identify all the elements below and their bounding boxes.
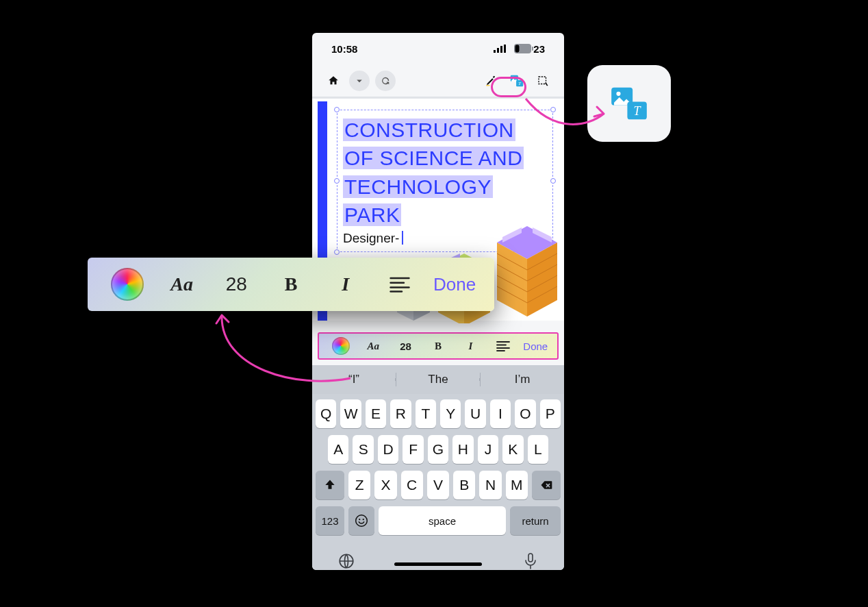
svg-point-32 [356, 515, 368, 527]
numbers-key[interactable]: 123 [316, 506, 344, 535]
resize-handle[interactable] [550, 107, 556, 112]
suggestion-2[interactable]: The [396, 373, 481, 386]
shift-icon [323, 478, 337, 492]
clock: 10:58 [331, 43, 357, 55]
svg-rect-36 [528, 554, 533, 562]
key-k[interactable]: K [502, 435, 523, 464]
key-x[interactable]: X [374, 471, 396, 499]
undo-button[interactable] [375, 71, 396, 91]
svg-rect-3 [486, 85, 489, 86]
battery-percent: 23 [533, 43, 545, 55]
key-n[interactable]: N [479, 471, 501, 499]
svg-text:T: T [518, 80, 521, 85]
key-a[interactable]: A [328, 435, 348, 464]
bold-button[interactable]: B [265, 273, 317, 295]
return-key[interactable]: return [510, 506, 561, 535]
key-i[interactable]: I [490, 399, 511, 428]
dictation-key[interactable] [522, 552, 539, 570]
key-h[interactable]: H [452, 435, 473, 464]
resize-handle[interactable] [334, 178, 340, 184]
globe-icon [337, 552, 355, 570]
svg-point-33 [359, 519, 360, 520]
backspace-icon [539, 478, 553, 492]
svg-rect-2 [515, 45, 520, 53]
callout-tile: T [587, 65, 671, 142]
emoji-key[interactable] [348, 506, 374, 535]
key-o[interactable]: O [515, 399, 535, 428]
key-z[interactable]: Z [348, 471, 370, 499]
align-button[interactable] [487, 340, 519, 351]
color-picker-button[interactable] [324, 337, 357, 355]
expand-button[interactable] [349, 71, 370, 91]
home-button[interactable] [323, 71, 344, 91]
emoji-icon [354, 513, 369, 528]
key-s[interactable]: S [353, 435, 373, 464]
suggestion-3[interactable]: I’m [481, 373, 564, 386]
space-key[interactable]: space [379, 506, 506, 535]
resize-handle[interactable] [334, 107, 340, 112]
key-y[interactable]: Y [440, 399, 461, 428]
svg-point-42 [616, 92, 620, 96]
key-row: QWERTYUIOP [316, 399, 561, 428]
key-e[interactable]: E [366, 399, 386, 428]
color-wheel-icon [111, 268, 144, 301]
done-button[interactable]: Done [520, 340, 552, 352]
image-text-icon: T [608, 82, 650, 125]
cell-signal-icon [494, 45, 506, 53]
font-family-button[interactable]: Aa [156, 273, 208, 295]
key-row: ZXCVBNM [316, 471, 561, 499]
app-toolbar: T [312, 64, 564, 97]
align-button[interactable] [374, 276, 426, 293]
battery-icon: 23 [514, 43, 545, 55]
font-size-button[interactable]: 28 [390, 340, 422, 352]
keyboard-suggestion-row: “I” The I’m [312, 365, 564, 394]
key-b[interactable]: B [453, 471, 475, 499]
image-text-mode-button[interactable]: T [507, 71, 527, 91]
resize-handle[interactable] [550, 178, 556, 184]
key-q[interactable]: Q [316, 399, 336, 428]
key-t[interactable]: T [416, 399, 436, 428]
key-row: 123 space return [316, 506, 561, 535]
done-button[interactable]: Done [429, 274, 481, 295]
svg-point-5 [512, 76, 513, 77]
bold-button[interactable]: B [422, 340, 454, 352]
key-r[interactable]: R [390, 399, 411, 428]
key-c[interactable]: C [401, 471, 423, 499]
key-u[interactable]: U [465, 399, 485, 428]
lasso-button[interactable] [533, 71, 553, 91]
status-bar: 10:58 23 [312, 33, 564, 64]
key-f[interactable]: F [403, 435, 423, 464]
italic-button[interactable]: I [320, 273, 372, 295]
svg-point-34 [363, 519, 364, 520]
home-indicator [394, 562, 482, 566]
font-size-button[interactable]: 28 [210, 273, 262, 295]
color-picker-button[interactable] [101, 268, 153, 301]
doc-title[interactable]: CONSTRUCTION OF SCIENCE AND TECHNOLOGY P… [343, 116, 547, 230]
highlighter-button[interactable] [481, 71, 501, 91]
key-d[interactable]: D [378, 435, 398, 464]
key-v[interactable]: V [427, 471, 449, 499]
soft-keyboard: QWERTYUIOP ASDFGHJKL ZXCVBNM 123 space r… [312, 394, 564, 570]
align-left-icon [390, 276, 410, 293]
resize-handle[interactable] [334, 249, 340, 255]
italic-button[interactable]: I [455, 340, 487, 352]
key-w[interactable]: W [340, 399, 361, 428]
suggestion-1[interactable]: “I” [312, 373, 396, 386]
format-toolbar-zoom: Aa 28 B I Done [88, 258, 494, 311]
key-l[interactable]: L [528, 435, 548, 464]
mic-icon [522, 552, 539, 570]
key-row: ASDFGHJKL [316, 435, 561, 464]
globe-key[interactable] [337, 552, 355, 570]
key-p[interactable]: P [540, 399, 561, 428]
font-family-button[interactable]: Aa [357, 340, 389, 352]
color-wheel-icon [332, 337, 350, 355]
key-g[interactable]: G [428, 435, 448, 464]
align-left-icon [496, 340, 510, 351]
format-toolbar: Aa 28 B I Done [318, 332, 559, 360]
key-m[interactable]: M [506, 471, 528, 499]
key-j[interactable]: J [478, 435, 498, 464]
shift-key[interactable] [316, 471, 344, 499]
backspace-key[interactable] [532, 471, 561, 499]
